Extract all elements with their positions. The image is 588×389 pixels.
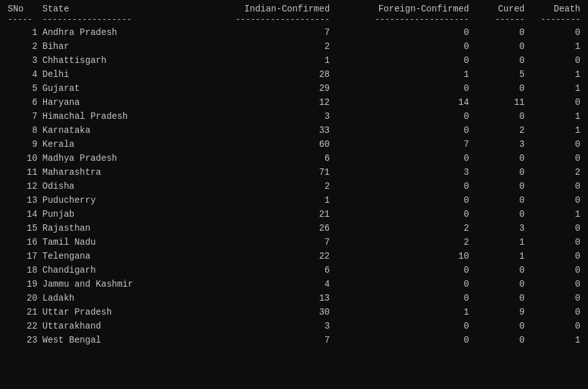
cell-sno: 20 [5, 291, 40, 305]
cell-indian-confirmed: 7 [179, 25, 332, 39]
cell-death: 2 [527, 165, 583, 179]
cell-foreign-confirmed: 1 [332, 305, 471, 319]
cell-sno: 22 [5, 319, 40, 333]
table-row: 20Ladakh13000 [5, 291, 583, 305]
cell-sno: 12 [5, 179, 40, 193]
cell-foreign-confirmed: 0 [332, 319, 471, 333]
cell-cured: 0 [472, 165, 528, 179]
table-row: 5Gujarat29001 [5, 81, 583, 95]
cell-indian-confirmed: 26 [179, 221, 332, 235]
cell-sno: 10 [5, 151, 40, 165]
table-row: 16Tamil Nadu7210 [5, 235, 583, 249]
cell-state: West Bengal [40, 333, 179, 347]
cell-death: 0 [527, 305, 583, 319]
cell-cured: 0 [472, 179, 528, 193]
cell-cured: 5 [472, 67, 528, 81]
cell-indian-confirmed: 71 [179, 165, 332, 179]
table-row: 22Uttarakhand3000 [5, 319, 583, 333]
cell-cured: 3 [472, 137, 528, 151]
cell-state: Kerala [40, 137, 179, 151]
cell-state: Uttar Pradesh [40, 305, 179, 319]
cell-foreign-confirmed: 3 [332, 165, 471, 179]
cell-indian-confirmed: 7 [179, 333, 332, 347]
cell-sno: 9 [5, 137, 40, 151]
cell-state: Puducherry [40, 193, 179, 207]
cell-cured: 0 [472, 25, 528, 39]
cell-sno: 6 [5, 95, 40, 109]
cell-cured: 0 [472, 39, 528, 53]
table-row: 12Odisha2000 [5, 179, 583, 193]
cell-foreign-confirmed: 0 [332, 53, 471, 67]
cell-state: Chandigarh [40, 263, 179, 277]
cell-state: Gujarat [40, 81, 179, 95]
cell-foreign-confirmed: 0 [332, 109, 471, 123]
cell-death: 0 [527, 193, 583, 207]
cell-state: Telengana [40, 249, 179, 263]
cell-foreign-confirmed: 2 [332, 221, 471, 235]
cell-indian-confirmed: 28 [179, 67, 332, 81]
table-row: 2Bihar2001 [5, 39, 583, 53]
cell-foreign-confirmed: 0 [332, 151, 471, 165]
cell-death: 1 [527, 333, 583, 347]
cell-indian-confirmed: 1 [179, 53, 332, 67]
cell-death: 1 [527, 39, 583, 53]
cell-cured: 2 [472, 123, 528, 137]
cell-state: Punjab [40, 207, 179, 221]
header-state: State [40, 3, 179, 15]
table-row: 4Delhi28151 [5, 67, 583, 81]
cell-foreign-confirmed: 1 [332, 67, 471, 81]
cell-death: 0 [527, 291, 583, 305]
cell-sno: 23 [5, 333, 40, 347]
cell-cured: 0 [472, 277, 528, 291]
cell-foreign-confirmed: 0 [332, 333, 471, 347]
cell-state: Madhya Pradesh [40, 151, 179, 165]
cell-indian-confirmed: 3 [179, 109, 332, 123]
table-row: 13Puducherry1000 [5, 193, 583, 207]
cell-state: Chhattisgarh [40, 53, 179, 67]
cell-foreign-confirmed: 0 [332, 277, 471, 291]
cell-state: Himachal Pradesh [40, 109, 179, 123]
cell-sno: 15 [5, 221, 40, 235]
cell-sno: 3 [5, 53, 40, 67]
cell-cured: 0 [472, 81, 528, 95]
cell-foreign-confirmed: 0 [332, 25, 471, 39]
cell-cured: 1 [472, 235, 528, 249]
sep-cured: ------ [472, 15, 528, 25]
cell-cured: 1 [472, 249, 528, 263]
cell-state: Tamil Nadu [40, 235, 179, 249]
cell-foreign-confirmed: 0 [332, 291, 471, 305]
cell-sno: 13 [5, 193, 40, 207]
cell-state: Delhi [40, 67, 179, 81]
cell-death: 0 [527, 221, 583, 235]
cell-indian-confirmed: 1 [179, 193, 332, 207]
sep-indian: ------------------- [179, 15, 332, 25]
table-row: 19Jammu and Kashmir4000 [5, 277, 583, 291]
table-row: 18Chandigarh6000 [5, 263, 583, 277]
cell-foreign-confirmed: 0 [332, 123, 471, 137]
cell-cured: 0 [472, 333, 528, 347]
cell-indian-confirmed: 12 [179, 95, 332, 109]
sep-sno: ----- [5, 15, 40, 25]
cell-indian-confirmed: 2 [179, 39, 332, 53]
cell-cured: 3 [472, 221, 528, 235]
cell-sno: 8 [5, 123, 40, 137]
cell-foreign-confirmed: 7 [332, 137, 471, 151]
cell-indian-confirmed: 22 [179, 249, 332, 263]
cell-cured: 0 [472, 319, 528, 333]
cell-cured: 0 [472, 53, 528, 67]
table-separator-row: ----- ------------------ ---------------… [5, 15, 583, 25]
sep-death: -------- [527, 15, 583, 25]
cell-foreign-confirmed: 10 [332, 249, 471, 263]
cell-state: Haryana [40, 95, 179, 109]
cell-foreign-confirmed: 0 [332, 193, 471, 207]
cell-foreign-confirmed: 2 [332, 235, 471, 249]
cell-state: Karnataka [40, 123, 179, 137]
cell-death: 0 [527, 235, 583, 249]
cell-sno: 18 [5, 263, 40, 277]
cell-indian-confirmed: 4 [179, 277, 332, 291]
cell-sno: 21 [5, 305, 40, 319]
cell-foreign-confirmed: 0 [332, 81, 471, 95]
cell-state: Ladakh [40, 291, 179, 305]
cell-death: 0 [527, 249, 583, 263]
cell-indian-confirmed: 33 [179, 123, 332, 137]
